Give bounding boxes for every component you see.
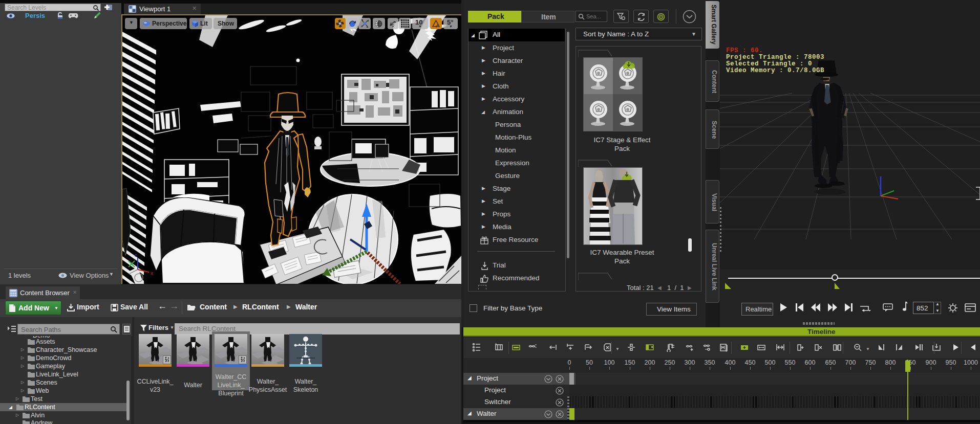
svg-text:x: x <box>151 271 153 276</box>
svg-text:z: z <box>135 253 137 258</box>
